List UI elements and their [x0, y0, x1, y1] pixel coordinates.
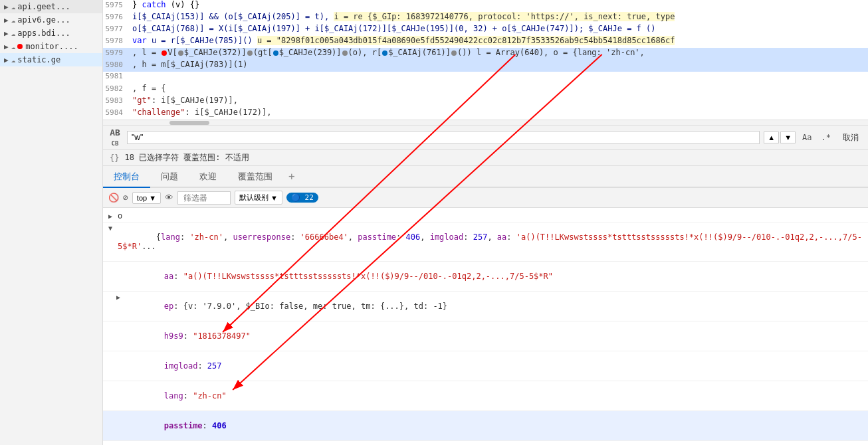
code-content: "challenge": i[$_CAHJe(172)],	[130, 108, 868, 117]
sidebar-item-label: apiv6.ge...	[17, 15, 70, 25]
tab-console[interactable]: 控制台	[103, 167, 150, 188]
line-number: 5982	[103, 84, 130, 93]
status-text: 18 已选择字符 覆盖范围: 不适用	[124, 152, 249, 163]
filter-input[interactable]	[177, 191, 231, 205]
console-line-o[interactable]: ▶ o	[103, 211, 868, 222]
console-line-aa: aa: "a()(T!!LKwswstssss*tstttsstsssssts!…	[103, 262, 868, 292]
triangle-icon: ▶	[4, 43, 9, 51]
code-line-5977: 5977 o[$_CAIAj(768)] = X(i[$_CAIAj(197)]…	[103, 24, 868, 36]
triangle-icon: ▶	[4, 29, 9, 38]
level-dropdown-button[interactable]: 默认级别 ▼	[235, 191, 282, 205]
code-content: } catch (v) {}	[130, 0, 868, 9]
code-content: "gt": i[$_CAHJe(197)],	[130, 96, 868, 105]
code-content: , f = {	[130, 84, 868, 93]
prop-imgload: imgload: 257	[126, 352, 863, 380]
code-line-5982: 5982 , f = {	[103, 84, 868, 96]
expand-ep-icon[interactable]: ▶	[116, 294, 126, 301]
console-output[interactable]: ▶ o ▼ {lang: 'zh-cn', userresponse: '666…	[103, 208, 868, 445]
badge-count: 22	[305, 193, 314, 202]
search-ab-icon: ABCB	[107, 128, 123, 147]
object-summary: {lang: 'zh-cn', userresponse: '66666be4'…	[118, 223, 863, 260]
tab-coverage[interactable]: 覆盖范围	[227, 167, 283, 188]
clear-console-icon[interactable]: 🚫	[108, 193, 119, 203]
code-line-5975: 5975 } catch (v) {}	[103, 0, 868, 12]
cloud-icon: ☁	[11, 29, 16, 38]
code-line-5979: 5979 , l = V[$_CAHJe(372)](gt[$_CAHJe(23…	[103, 48, 868, 60]
code-content: var u = r[$_CAHJe(785)]() u = "8298f01c0…	[130, 36, 868, 45]
braces-icon: {}	[110, 153, 119, 163]
code-content: , h = m[$_CAIAj(783)](1)	[130, 60, 868, 69]
no-icon[interactable]: ⊘	[123, 193, 128, 203]
cloud-icon: ☁	[11, 3, 16, 11]
triangle-icon: ▶	[4, 16, 9, 25]
sidebar-item-static-ge[interactable]: ▶ ☁ static.ge	[0, 53, 102, 66]
cloud-icon: ☁	[11, 16, 16, 25]
console-toolbar: 🚫 ⊘ top ▼ 👁 默认级别 ▼ 🔵 22	[103, 188, 868, 208]
error-count-badge: 🔵 22	[286, 193, 318, 203]
add-tab-button[interactable]: +	[283, 166, 300, 187]
console-line-rp: rp: "bcb6b32f4b49185db3242719c93a9bef"	[103, 441, 868, 445]
search-bar: ABCB ▲ ▼ Aa .* 取消	[103, 125, 868, 150]
top-label: top	[137, 194, 147, 202]
code-line-5978: 5978 var u = r[$_CAHJe(785)]() u = "8298…	[103, 36, 868, 48]
prop-ep: ep: {v: '7.9.0', $_BIo: false, me: true,…	[126, 292, 863, 320]
sidebar: ▶ ☁ api.geet... ▶ ☁ apiv6.ge... ▶ ☁ apps…	[0, 0, 103, 445]
console-line-imgload: imgload: 257	[103, 351, 868, 381]
sidebar-item-label: static.ge	[17, 55, 60, 64]
code-line-5976: 5976 i[$_CAIAj(153)] && (o[$_CAIAj(205)]…	[103, 12, 868, 24]
sidebar-item-label: api.geet...	[17, 2, 70, 11]
code-line-5984: 5984 "challenge": i[$_CAHJe(172)],	[103, 108, 868, 120]
search-navigation: ▲ ▼	[764, 132, 796, 143]
search-input[interactable]	[127, 131, 760, 144]
horizontal-scrollbar[interactable]	[103, 120, 868, 125]
line-number: 5975	[103, 1, 130, 9]
tab-welcome[interactable]: 欢迎	[189, 167, 227, 188]
code-line-5983: 5983 "gt": i[$_CAHJe(197)],	[103, 96, 868, 108]
triangle-icon: ▶	[4, 3, 9, 11]
line-number: 5976	[103, 13, 130, 21]
cloud-icon: ☁	[11, 43, 16, 51]
console-text: o	[118, 211, 863, 221]
tabs-bar: 控制台 问题 欢迎 覆盖范围 +	[103, 166, 868, 188]
code-content: , l = V[$_CAHJe(372)](gt[$_CAHJe(239)](o…	[130, 48, 868, 57]
line-number: 5977	[103, 25, 130, 33]
line-number: 5979	[103, 48, 130, 57]
tab-issues[interactable]: 问题	[150, 167, 189, 188]
search-regex-button[interactable]: .*	[819, 132, 833, 143]
dropdown-arrow-icon: ▼	[149, 194, 156, 202]
search-down-button[interactable]: ▼	[780, 132, 796, 143]
console-line-h9s9: h9s9: "1816378497"	[103, 321, 868, 351]
sidebar-item-api-geet[interactable]: ▶ ☁ api.geet...	[0, 0, 102, 13]
sidebar-item-label: monitor....	[25, 42, 78, 51]
line-number: 5983	[103, 96, 130, 105]
eye-icon[interactable]: 👁	[165, 193, 173, 203]
console-line-ep[interactable]: ▶ ep: {v: '7.9.0', $_BIo: false, me: tru…	[103, 292, 868, 321]
expand-icon[interactable]: ▶	[108, 213, 118, 220]
sidebar-item-apps-bdi[interactable]: ▶ ☁ apps.bdi...	[0, 27, 102, 40]
code-line-5980: 5980 , h = m[$_CAIAj(783)](1)	[103, 60, 868, 72]
search-cancel-button[interactable]: 取消	[837, 131, 864, 145]
cloud-icon: ☁	[11, 56, 16, 64]
prop-rp: rp: "bcb6b32f4b49185db3242719c93a9bef"	[126, 442, 863, 445]
prop-lang: lang: "zh-cn"	[126, 382, 863, 410]
collapse-icon[interactable]: ▼	[108, 224, 118, 232]
line-number: 5978	[103, 37, 130, 45]
line-number: 5984	[103, 108, 130, 117]
search-up-button[interactable]: ▲	[764, 132, 779, 143]
sidebar-item-label: apps.bdi...	[17, 29, 70, 38]
sidebar-item-apiv6[interactable]: ▶ ☁ apiv6.ge...	[0, 13, 102, 27]
code-content: o[$_CAIAj(768)] = X(i[$_CAIAj(197)] + i[…	[130, 24, 868, 33]
code-line-5981: 5981	[103, 72, 868, 84]
line-number: 5981	[103, 72, 130, 80]
top-dropdown-button[interactable]: top ▼	[132, 192, 161, 204]
scrollbar-thumb[interactable]	[169, 121, 209, 125]
badge-icon: 🔵	[291, 193, 300, 202]
triangle-icon: ▶	[4, 56, 9, 64]
code-content: i[$_CAIAj(153)] && (o[$_CAIAj(205)] = t)…	[130, 12, 868, 21]
console-line-passtime: passtime: 406	[103, 411, 868, 441]
console-line-object-start[interactable]: ▼ {lang: 'zh-cn', userresponse: '66666be…	[103, 222, 868, 262]
sidebar-item-monitor[interactable]: ▶ ☁ monitor....	[0, 40, 102, 53]
code-editor: 5975 } catch (v) {} 5976 i[$_CAIAj(153)]…	[103, 0, 868, 120]
main-panel: 5975 } catch (v) {} 5976 i[$_CAIAj(153)]…	[103, 0, 868, 445]
search-case-sensitive-button[interactable]: Aa	[800, 132, 814, 143]
